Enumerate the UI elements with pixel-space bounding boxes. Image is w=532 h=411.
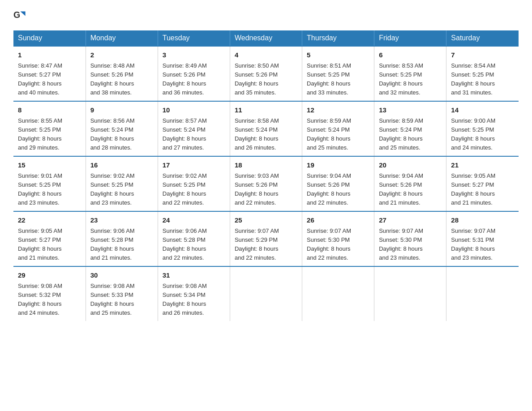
day-number: 2 (90, 50, 153, 60)
day-number: 10 (163, 105, 225, 116)
day-number: 18 (235, 160, 297, 171)
svg-marker-1 (20, 12, 25, 16)
week-row-2: 8Sunrise: 8:55 AMSunset: 5:25 PMDaylight… (13, 101, 519, 156)
calendar-cell: 27Sunrise: 9:07 AMSunset: 5:30 PMDayligh… (374, 211, 446, 266)
day-number: 21 (451, 160, 514, 171)
column-header-tuesday: Tuesday (158, 30, 230, 46)
day-info: Sunrise: 8:49 AMSunset: 5:26 PMDaylight:… (163, 61, 225, 98)
day-info: Sunrise: 8:55 AMSunset: 5:25 PMDaylight:… (18, 116, 81, 153)
calendar-cell: 11Sunrise: 8:58 AMSunset: 5:24 PMDayligh… (230, 101, 302, 156)
day-info: Sunrise: 9:05 AMSunset: 5:27 PMDaylight:… (451, 171, 514, 208)
calendar-cell (374, 266, 446, 321)
day-number: 19 (307, 160, 369, 171)
day-info: Sunrise: 8:59 AMSunset: 5:24 PMDaylight:… (379, 116, 442, 153)
column-header-friday: Friday (374, 30, 446, 46)
day-number: 11 (235, 105, 297, 116)
day-number: 23 (90, 215, 153, 226)
column-header-saturday: Saturday (446, 30, 519, 46)
day-info: Sunrise: 9:08 AMSunset: 5:32 PMDaylight:… (18, 282, 81, 318)
week-row-3: 15Sunrise: 9:01 AMSunset: 5:25 PMDayligh… (13, 156, 519, 211)
day-number: 5 (307, 50, 369, 60)
day-number: 15 (18, 160, 81, 171)
day-number: 20 (379, 160, 442, 171)
day-info: Sunrise: 8:50 AMSunset: 5:26 PMDaylight:… (235, 61, 297, 98)
week-row-4: 22Sunrise: 9:05 AMSunset: 5:27 PMDayligh… (13, 211, 519, 266)
day-info: Sunrise: 9:07 AMSunset: 5:29 PMDaylight:… (235, 227, 297, 263)
calendar-cell: 16Sunrise: 9:02 AMSunset: 5:25 PMDayligh… (86, 156, 158, 211)
day-number: 4 (235, 50, 297, 60)
day-number: 25 (235, 215, 297, 226)
day-number: 22 (18, 215, 81, 226)
calendar-cell: 3Sunrise: 8:49 AMSunset: 5:26 PMDaylight… (158, 46, 230, 101)
column-header-thursday: Thursday (302, 30, 374, 46)
day-number: 31 (163, 270, 225, 281)
calendar-cell (230, 266, 302, 321)
day-info: Sunrise: 8:57 AMSunset: 5:24 PMDaylight:… (163, 116, 225, 153)
calendar-cell: 8Sunrise: 8:55 AMSunset: 5:25 PMDaylight… (13, 101, 86, 156)
day-number: 16 (90, 160, 153, 171)
column-header-sunday: Sunday (13, 30, 86, 46)
day-number: 26 (307, 215, 369, 226)
day-info: Sunrise: 9:08 AMSunset: 5:33 PMDaylight:… (90, 282, 153, 318)
calendar-cell: 12Sunrise: 8:59 AMSunset: 5:24 PMDayligh… (302, 101, 374, 156)
calendar-cell (302, 266, 374, 321)
week-row-5: 29Sunrise: 9:08 AMSunset: 5:32 PMDayligh… (13, 266, 519, 321)
day-info: Sunrise: 8:48 AMSunset: 5:26 PMDaylight:… (90, 61, 153, 98)
day-info: Sunrise: 9:03 AMSunset: 5:26 PMDaylight:… (235, 171, 297, 208)
day-info: Sunrise: 8:59 AMSunset: 5:24 PMDaylight:… (307, 116, 369, 153)
calendar-cell: 10Sunrise: 8:57 AMSunset: 5:24 PMDayligh… (158, 101, 230, 156)
day-number: 27 (379, 215, 442, 226)
day-info: Sunrise: 8:53 AMSunset: 5:25 PMDaylight:… (379, 61, 442, 98)
calendar-cell: 22Sunrise: 9:05 AMSunset: 5:27 PMDayligh… (13, 211, 86, 266)
calendar-cell: 31Sunrise: 9:08 AMSunset: 5:34 PMDayligh… (158, 266, 230, 321)
day-number: 14 (451, 105, 514, 116)
column-header-wednesday: Wednesday (230, 30, 302, 46)
day-info: Sunrise: 9:08 AMSunset: 5:34 PMDaylight:… (163, 282, 225, 318)
day-info: Sunrise: 9:04 AMSunset: 5:26 PMDaylight:… (307, 171, 369, 208)
logo: G (13, 9, 28, 21)
calendar-cell: 19Sunrise: 9:04 AMSunset: 5:26 PMDayligh… (302, 156, 374, 211)
calendar-cell: 2Sunrise: 8:48 AMSunset: 5:26 PMDaylight… (86, 46, 158, 101)
calendar-cell: 7Sunrise: 8:54 AMSunset: 5:25 PMDaylight… (446, 46, 519, 101)
calendar-cell: 5Sunrise: 8:51 AMSunset: 5:25 PMDaylight… (302, 46, 374, 101)
day-number: 3 (163, 50, 225, 60)
day-number: 12 (307, 105, 369, 116)
calendar-cell: 13Sunrise: 8:59 AMSunset: 5:24 PMDayligh… (374, 101, 446, 156)
day-number: 17 (163, 160, 225, 171)
calendar-cell: 28Sunrise: 9:07 AMSunset: 5:31 PMDayligh… (446, 211, 519, 266)
calendar-cell: 25Sunrise: 9:07 AMSunset: 5:29 PMDayligh… (230, 211, 302, 266)
day-number: 6 (379, 50, 442, 60)
calendar-cell: 26Sunrise: 9:07 AMSunset: 5:30 PMDayligh… (302, 211, 374, 266)
day-info: Sunrise: 8:58 AMSunset: 5:24 PMDaylight:… (235, 116, 297, 153)
calendar-cell: 24Sunrise: 9:06 AMSunset: 5:28 PMDayligh… (158, 211, 230, 266)
day-number: 9 (90, 105, 153, 116)
column-header-monday: Monday (86, 30, 158, 46)
calendar-cell: 18Sunrise: 9:03 AMSunset: 5:26 PMDayligh… (230, 156, 302, 211)
week-row-1: 1Sunrise: 8:47 AMSunset: 5:27 PMDaylight… (13, 46, 519, 101)
day-info: Sunrise: 8:47 AMSunset: 5:27 PMDaylight:… (18, 61, 81, 98)
day-info: Sunrise: 9:00 AMSunset: 5:25 PMDaylight:… (451, 116, 514, 153)
day-info: Sunrise: 9:07 AMSunset: 5:30 PMDaylight:… (307, 227, 369, 263)
day-number: 8 (18, 105, 81, 116)
day-info: Sunrise: 9:07 AMSunset: 5:30 PMDaylight:… (379, 227, 442, 263)
calendar-cell: 4Sunrise: 8:50 AMSunset: 5:26 PMDaylight… (230, 46, 302, 101)
day-number: 30 (90, 270, 153, 281)
calendar-cell: 17Sunrise: 9:02 AMSunset: 5:25 PMDayligh… (158, 156, 230, 211)
calendar-table: SundayMondayTuesdayWednesdayThursdayFrid… (13, 30, 519, 321)
day-number: 7 (451, 50, 514, 60)
day-info: Sunrise: 8:56 AMSunset: 5:24 PMDaylight:… (90, 116, 153, 153)
day-number: 29 (18, 270, 81, 281)
calendar-cell: 23Sunrise: 9:06 AMSunset: 5:28 PMDayligh… (86, 211, 158, 266)
calendar-cell: 15Sunrise: 9:01 AMSunset: 5:25 PMDayligh… (13, 156, 86, 211)
page-header: G (13, 9, 519, 21)
header-row: SundayMondayTuesdayWednesdayThursdayFrid… (13, 30, 519, 46)
day-info: Sunrise: 9:06 AMSunset: 5:28 PMDaylight:… (163, 227, 225, 263)
day-info: Sunrise: 9:05 AMSunset: 5:27 PMDaylight:… (18, 227, 81, 263)
calendar-cell: 30Sunrise: 9:08 AMSunset: 5:33 PMDayligh… (86, 266, 158, 321)
calendar-cell: 14Sunrise: 9:00 AMSunset: 5:25 PMDayligh… (446, 101, 519, 156)
calendar-cell: 1Sunrise: 8:47 AMSunset: 5:27 PMDaylight… (13, 46, 86, 101)
calendar-cell: 20Sunrise: 9:04 AMSunset: 5:26 PMDayligh… (374, 156, 446, 211)
day-info: Sunrise: 9:02 AMSunset: 5:25 PMDaylight:… (163, 171, 225, 208)
calendar-cell: 9Sunrise: 8:56 AMSunset: 5:24 PMDaylight… (86, 101, 158, 156)
day-number: 1 (18, 50, 81, 60)
